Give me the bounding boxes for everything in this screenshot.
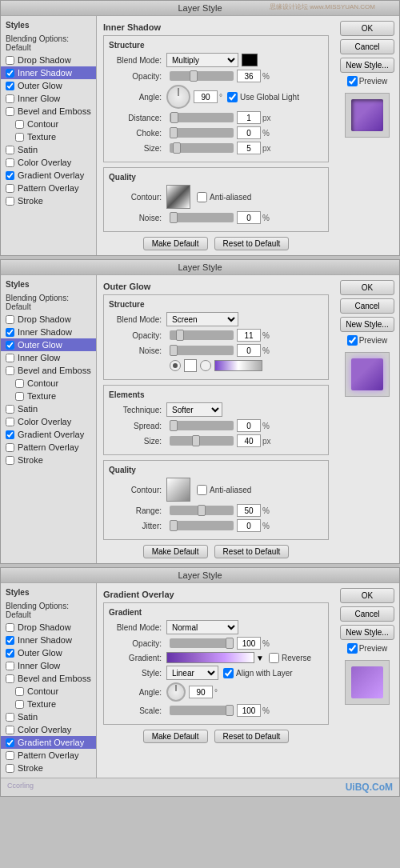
size-slider-2[interactable] — [170, 436, 234, 446]
noise-input[interactable] — [237, 211, 261, 224]
angle-circle[interactable] — [166, 85, 190, 109]
sidebar1-item-5[interactable]: Bevel and Emboss — [1, 105, 96, 118]
sidebar1-item-7[interactable]: Texture — [1, 130, 96, 143]
sidebar1-item-8[interactable]: Satin — [1, 143, 96, 156]
sidebar1-check-9[interactable] — [6, 158, 14, 167]
sidebar2-check-8[interactable] — [6, 405, 14, 414]
make-default-btn-3[interactable]: Make Default — [143, 730, 208, 743]
sidebar3-check-3[interactable] — [6, 649, 14, 658]
opacity-input-3[interactable] — [237, 637, 261, 650]
solid-color-btn[interactable] — [184, 359, 197, 372]
gradient-dropdown-arrow[interactable]: ▼ — [256, 654, 264, 662]
range-input[interactable] — [237, 504, 261, 517]
technique-select[interactable]: Softer Precise — [166, 402, 222, 417]
sidebar3-check-5[interactable] — [6, 674, 14, 683]
sidebar3-check-12[interactable] — [6, 764, 14, 773]
sidebar2-item-4[interactable]: Inner Glow — [1, 351, 96, 364]
sidebar1-item-9[interactable]: Color Overlay — [1, 156, 96, 169]
sidebar1-check-2[interactable] — [6, 69, 14, 78]
blend-mode-select-3[interactable]: Normal Multiply Screen — [166, 620, 238, 634]
sidebar3-check-4[interactable] — [6, 662, 14, 670]
sidebar1-check-7[interactable] — [15, 133, 24, 142]
sidebar2-item-7[interactable]: Texture — [1, 390, 96, 402]
sidebar3-item-9[interactable]: Color Overlay — [1, 723, 96, 736]
sidebar1-item-12[interactable]: Stroke — [1, 194, 96, 207]
sidebar2-check-2[interactable] — [6, 328, 14, 337]
sidebar3-item-0[interactable]: Blending Options: Default — [1, 600, 96, 621]
gradient-color-btn[interactable] — [214, 360, 262, 371]
noise-input-2[interactable] — [237, 344, 261, 357]
angle-input[interactable] — [194, 90, 218, 103]
sidebar3-item-10[interactable]: Gradient Overlay — [1, 736, 96, 749]
sidebar3-item-4[interactable]: Inner Glow — [1, 659, 96, 672]
radio-gradient[interactable] — [200, 360, 211, 371]
contour-thumb-2[interactable] — [166, 478, 190, 502]
blend-mode-select-2[interactable]: Screen Multiply Normal — [166, 312, 238, 326]
contour-thumb[interactable] — [166, 185, 190, 209]
sidebar1-check-6[interactable] — [15, 120, 24, 129]
cancel-btn-1[interactable]: Cancel — [340, 39, 394, 54]
sidebar2-check-12[interactable] — [6, 456, 14, 465]
size-input-2[interactable] — [237, 434, 261, 447]
new-style-btn-2[interactable]: New Style... — [340, 317, 394, 332]
sidebar1-item-3[interactable]: Outer Glow — [1, 79, 96, 92]
ok-btn-2[interactable]: OK — [340, 280, 394, 295]
sidebar3-check-2[interactable] — [6, 636, 14, 645]
preview-check-3[interactable] — [347, 643, 358, 654]
opacity-input-2[interactable] — [237, 329, 261, 342]
sidebar2-check-3[interactable] — [6, 341, 14, 350]
size-slider[interactable] — [170, 143, 234, 153]
scale-input[interactable] — [237, 704, 261, 717]
sidebar3-item-2[interactable]: Inner Shadow — [1, 634, 96, 646]
style-select[interactable]: Linear Radial Angle — [166, 666, 218, 680]
sidebar3-item-12[interactable]: Stroke — [1, 762, 96, 774]
sidebar1-check-10[interactable] — [6, 171, 14, 180]
sidebar2-check-9[interactable] — [6, 418, 14, 426]
sidebar2-check-7[interactable] — [15, 392, 24, 401]
sidebar2-check-1[interactable] — [6, 315, 14, 324]
spread-input[interactable] — [237, 419, 261, 432]
sidebar2-check-10[interactable] — [6, 430, 14, 439]
sidebar2-item-12[interactable]: Stroke — [1, 454, 96, 466]
sidebar3-check-7[interactable] — [15, 700, 24, 709]
sidebar3-check-9[interactable] — [6, 726, 14, 734]
sidebar3-item-3[interactable]: Outer Glow — [1, 646, 96, 659]
sidebar2-item-6[interactable]: Contour — [1, 377, 96, 390]
sidebar1-item-0[interactable]: Blending Options: Default — [1, 33, 96, 54]
sidebar1-check-1[interactable] — [6, 56, 14, 65]
opacity-input[interactable] — [237, 70, 261, 82]
sidebar3-item-11[interactable]: Pattern Overlay — [1, 749, 96, 762]
cancel-btn-2[interactable]: Cancel — [340, 298, 394, 314]
sidebar1-check-5[interactable] — [6, 107, 14, 116]
sidebar3-check-6[interactable] — [15, 687, 24, 696]
reverse-check[interactable] — [269, 653, 279, 663]
range-slider[interactable] — [170, 506, 234, 515]
preview-check-1[interactable] — [347, 76, 358, 86]
scale-slider[interactable] — [170, 706, 234, 715]
sidebar2-item-0[interactable]: Blending Options: Default — [1, 292, 96, 313]
sidebar2-check-6[interactable] — [15, 379, 24, 388]
sidebar2-item-11[interactable]: Pattern Overlay — [1, 441, 96, 454]
sidebar2-item-10[interactable]: Gradient Overlay — [1, 428, 96, 441]
choke-input[interactable] — [237, 126, 261, 139]
blend-mode-select[interactable]: Multiply Screen Normal — [166, 53, 238, 67]
sidebar1-check-11[interactable] — [6, 184, 14, 193]
sidebar2-check-11[interactable] — [6, 443, 14, 452]
anti-aliased-check[interactable] — [197, 192, 207, 202]
reset-default-btn-3[interactable]: Reset to Default — [214, 730, 290, 743]
sidebar2-item-9[interactable]: Color Overlay — [1, 415, 96, 428]
sidebar1-check-3[interactable] — [6, 82, 14, 90]
noise-slider[interactable] — [170, 213, 234, 222]
choke-slider[interactable] — [170, 128, 234, 138]
align-layer-check[interactable] — [223, 668, 234, 678]
reset-default-btn[interactable]: Reset to Default — [214, 237, 290, 250]
sidebar1-item-11[interactable]: Pattern Overlay — [1, 182, 96, 194]
sidebar2-item-3[interactable]: Outer Glow — [1, 338, 96, 351]
sidebar1-item-10[interactable]: Gradient Overlay — [1, 169, 96, 182]
small-angle-circle[interactable] — [166, 682, 186, 702]
global-light-check[interactable] — [227, 92, 238, 102]
sidebar3-item-1[interactable]: Drop Shadow — [1, 621, 96, 634]
sidebar1-item-2[interactable]: Inner Shadow — [1, 66, 96, 79]
new-style-btn-1[interactable]: New Style... — [340, 58, 394, 73]
spread-slider[interactable] — [170, 421, 234, 430]
